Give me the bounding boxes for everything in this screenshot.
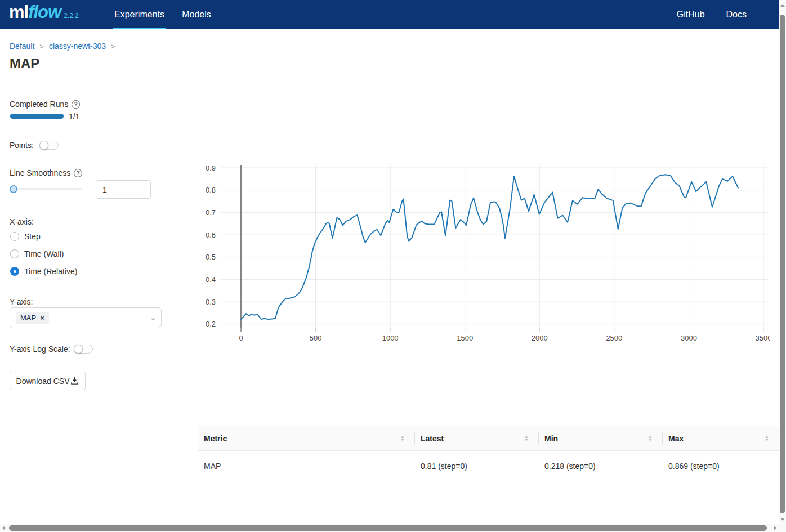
sort-icons[interactable]: ▲▼ (648, 435, 655, 442)
help-icon[interactable]: ? (72, 100, 80, 109)
smoothness-input[interactable] (96, 180, 151, 199)
navbar: mlflow 2.2.2 Experiments Models GitHub D… (0, 0, 786, 29)
points-label: Points: (10, 141, 34, 150)
github-link[interactable]: GitHub (677, 10, 705, 20)
tab-models[interactable]: Models (180, 0, 213, 29)
svg-text:3500: 3500 (756, 334, 770, 342)
radio-time-wall[interactable]: Time (Wall) (10, 249, 64, 258)
progress-fill (10, 114, 64, 119)
scroll-down-icon[interactable] (780, 518, 785, 521)
svg-text:0.5: 0.5 (206, 253, 216, 261)
scroll-left-icon[interactable] (2, 526, 5, 530)
sort-icons[interactable]: ▲▼ (765, 435, 771, 442)
radio-checked-icon (10, 267, 19, 276)
metric-chart: 0.20.30.40.50.60.70.80.90500100015002000… (200, 152, 770, 342)
svg-text:0.8: 0.8 (206, 186, 216, 194)
svg-text:0.4: 0.4 (206, 275, 216, 284)
svg-text:0.9: 0.9 (206, 164, 216, 172)
cell-latest-value: 0.81 (step=0) (415, 462, 539, 471)
y-axis-label: Y-axis: (10, 297, 33, 306)
column-header-max[interactable]: Max ▲▼ (663, 426, 779, 450)
radio-step[interactable]: Step (10, 232, 41, 241)
download-icon (70, 377, 79, 385)
toggle-knob-icon (39, 141, 48, 150)
svg-text:1000: 1000 (382, 334, 399, 342)
svg-text:2000: 2000 (532, 334, 548, 342)
radio-icon (10, 249, 19, 258)
scroll-up-icon[interactable] (780, 4, 785, 7)
table-row: MAP 0.81 (step=0) 0.218 (step=0) 0.869 (… (198, 451, 779, 481)
slider-handle[interactable] (10, 185, 17, 193)
page-title: MAP (10, 56, 39, 71)
column-header-metric[interactable]: Metric ▲▼ (198, 426, 415, 450)
horizontal-scroll-thumb[interactable] (9, 525, 767, 531)
y-axis-select[interactable]: MAP × ⌄ (10, 307, 162, 328)
sort-icons[interactable]: ▲▼ (524, 435, 531, 442)
help-icon[interactable]: ? (74, 169, 82, 177)
smoothness-slider[interactable] (10, 185, 82, 193)
horizontal-scrollbar[interactable] (0, 524, 779, 532)
chevron-down-icon: ⌄ (149, 314, 157, 321)
sort-icons[interactable]: ▲▼ (400, 435, 407, 442)
breadcrumb: Default > classy-newt-303 > (10, 42, 115, 51)
breadcrumb-run-link[interactable]: classy-newt-303 (49, 42, 106, 51)
mlflow-logo[interactable]: mlflow 2.2.2 (9, 2, 79, 23)
scrollbar-corner (779, 524, 786, 532)
download-csv-button[interactable]: Download CSV (10, 372, 86, 390)
metric-tag: MAP × (16, 312, 49, 324)
cell-metric-name: MAP (198, 462, 415, 471)
completed-runs-progressbar (10, 114, 64, 119)
svg-text:0.3: 0.3 (206, 298, 216, 306)
tab-experiments[interactable]: Experiments (113, 0, 166, 29)
log-scale-label: Y-axis Log Scale: (10, 345, 70, 354)
cell-min-value: 0.218 (step=0) (539, 462, 663, 471)
column-header-latest[interactable]: Latest ▲▼ (415, 426, 539, 450)
slider-track (10, 188, 82, 190)
docs-link[interactable]: Docs (726, 10, 747, 20)
vertical-scrollbar[interactable] (779, 0, 786, 524)
svg-text:0: 0 (239, 334, 243, 342)
table-header-row: Metric ▲▼ Latest ▲▼ Min ▲▼ Max ▲▼ (198, 426, 779, 451)
radio-icon (10, 232, 19, 241)
line-smoothness-label: Line Smoothness ? (10, 168, 82, 177)
svg-text:1500: 1500 (457, 334, 473, 342)
metric-summary-table: Metric ▲▼ Latest ▲▼ Min ▲▼ Max ▲▼ MAP 0.… (198, 426, 779, 481)
column-header-min[interactable]: Min ▲▼ (539, 426, 663, 450)
points-toggle[interactable] (39, 141, 59, 150)
svg-text:0.7: 0.7 (206, 208, 216, 217)
logo-flow: flow (28, 2, 61, 23)
breadcrumb-separator: > (39, 42, 44, 51)
radio-time-relative[interactable]: Time (Relative) (10, 267, 77, 276)
logo-ml: ml (9, 2, 28, 23)
log-scale-toggle[interactable] (74, 345, 93, 354)
vertical-scroll-thumb[interactable] (780, 15, 785, 513)
x-axis-label: X-axis: (10, 217, 34, 226)
scroll-right-icon[interactable] (774, 526, 776, 530)
breadcrumb-experiment-link[interactable]: Default (10, 42, 34, 51)
cell-max-value: 0.869 (step=0) (663, 462, 779, 471)
breadcrumb-separator: > (111, 42, 115, 51)
svg-text:3000: 3000 (681, 334, 697, 342)
completed-runs-count: 1/1 (69, 112, 79, 121)
toggle-knob-icon (74, 345, 83, 354)
svg-text:0.6: 0.6 (206, 231, 216, 239)
svg-text:500: 500 (310, 334, 322, 342)
remove-tag-icon[interactable]: × (40, 314, 44, 322)
svg-text:0.2: 0.2 (206, 320, 216, 328)
svg-text:2500: 2500 (606, 334, 622, 342)
metric-line-chart[interactable]: 0.20.30.40.50.60.70.80.90500100015002000… (200, 152, 770, 342)
version-label: 2.2.2 (64, 12, 79, 20)
completed-runs-label: Completed Runs ? (10, 100, 80, 109)
